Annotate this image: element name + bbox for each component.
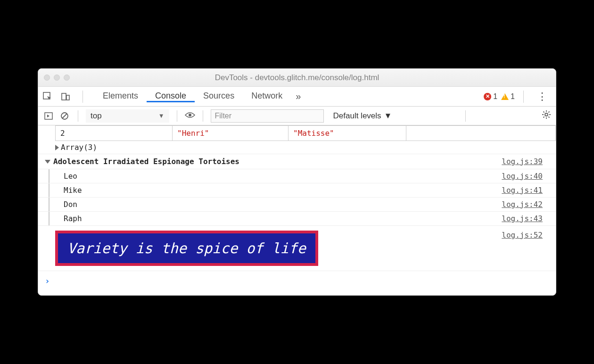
table-row[interactable]: 2 "Henri" "Matisse" — [55, 125, 556, 141]
svg-line-15 — [548, 112, 549, 113]
console-table-row: 2 "Henri" "Matisse" — [38, 125, 556, 141]
execution-context-select[interactable]: top ▼ — [86, 109, 169, 123]
divider — [523, 91, 524, 103]
array-preview-row[interactable]: Array(3) — [38, 141, 556, 154]
svg-rect-2 — [66, 95, 69, 100]
chevron-down-icon: ▼ — [384, 111, 392, 121]
tab-console[interactable]: Console — [147, 91, 195, 102]
tab-network[interactable]: Network — [243, 91, 291, 101]
source-link[interactable]: log.js:43 — [502, 214, 551, 223]
tab-sources[interactable]: Sources — [195, 91, 243, 101]
source-link[interactable]: log.js:42 — [502, 200, 551, 209]
tabs-overflow-button[interactable]: » — [291, 91, 305, 102]
warning-icon — [501, 93, 509, 100]
divider — [203, 110, 203, 122]
inspect-element-icon[interactable] — [42, 91, 53, 102]
console-settings-icon[interactable] — [542, 110, 551, 122]
divider — [82, 91, 83, 103]
levels-label: Default levels — [333, 111, 381, 121]
source-link[interactable]: log.js:41 — [502, 186, 551, 195]
window-titlebar: DevTools - devtools.glitch.me/console/lo… — [38, 69, 556, 87]
devtools-window: DevTools - devtools.glitch.me/console/lo… — [38, 68, 556, 296]
console-group-item: Raph log.js:43 — [38, 212, 556, 226]
log-text: Don — [64, 200, 77, 209]
table-cell-index: 2 — [56, 126, 173, 141]
source-link[interactable]: log.js:40 — [502, 172, 551, 181]
source-link[interactable]: log.js:39 — [502, 157, 551, 166]
chevron-down-icon: ▼ — [158, 112, 165, 119]
console-toolbar: top ▼ Default levels ▼ — [38, 107, 556, 125]
table-cell-col1: "Henri" — [173, 126, 289, 141]
warning-count-badge[interactable]: 1 — [501, 92, 515, 101]
table-cell-col2: "Matisse" — [289, 126, 406, 141]
svg-line-5 — [62, 114, 67, 118]
svg-line-14 — [544, 116, 544, 117]
error-icon: ✕ — [484, 93, 491, 100]
table-cell-empty — [406, 126, 555, 141]
svg-point-6 — [189, 114, 191, 116]
svg-point-7 — [545, 113, 548, 116]
log-text: Mike — [64, 186, 82, 195]
collapse-triangle-icon[interactable] — [45, 160, 50, 164]
more-options-button[interactable]: ⋮ — [532, 91, 552, 103]
console-prompt[interactable]: › — [38, 271, 556, 295]
console-sidebar-toggle-icon[interactable] — [43, 110, 54, 122]
device-toolbar-icon[interactable] — [60, 91, 71, 102]
group-rail — [49, 212, 50, 225]
group-rail — [49, 169, 50, 183]
filter-input[interactable] — [211, 109, 324, 123]
console-group-header[interactable]: Adolescent Irradiated Espionage Tortoise… — [38, 154, 556, 169]
console-group-item: Leo log.js:40 — [38, 169, 556, 183]
svg-line-12 — [544, 112, 544, 113]
tab-elements[interactable]: Elements — [94, 91, 147, 101]
log-levels-select[interactable]: Default levels ▼ — [333, 111, 392, 121]
console-output: 2 "Henri" "Matisse" Array(3) Adolescent … — [38, 125, 556, 295]
group-rail — [49, 183, 50, 197]
warning-count: 1 — [511, 92, 515, 101]
log-text: Leo — [64, 172, 77, 181]
clear-console-icon[interactable] — [59, 110, 70, 122]
styled-log-message: Variety is the spice of life — [55, 231, 318, 266]
svg-rect-1 — [62, 93, 66, 100]
svg-line-13 — [548, 116, 549, 117]
styled-log-row: Variety is the spice of life log.js:52 — [38, 226, 556, 271]
array-preview-text: Array(3) — [61, 143, 97, 152]
divider — [465, 110, 466, 122]
group-rail — [49, 198, 50, 211]
live-expression-icon[interactable] — [185, 111, 195, 121]
expand-triangle-icon[interactable] — [55, 145, 59, 150]
window-title: DevTools - devtools.glitch.me/console/lo… — [38, 73, 556, 83]
console-group-item: Don log.js:42 — [38, 198, 556, 212]
group-title: Adolescent Irradiated Espionage Tortoise… — [53, 157, 239, 166]
context-label: top — [91, 111, 102, 121]
error-count: 1 — [493, 92, 497, 101]
devtools-tabbar: Elements Console Sources Network » ✕ 1 1… — [38, 87, 556, 107]
divider — [177, 110, 177, 122]
divider — [78, 110, 78, 122]
log-text: Raph — [64, 214, 82, 223]
error-count-badge[interactable]: ✕ 1 — [484, 92, 497, 101]
console-group-item: Mike log.js:41 — [38, 183, 556, 198]
source-link[interactable]: log.js:52 — [502, 231, 551, 240]
